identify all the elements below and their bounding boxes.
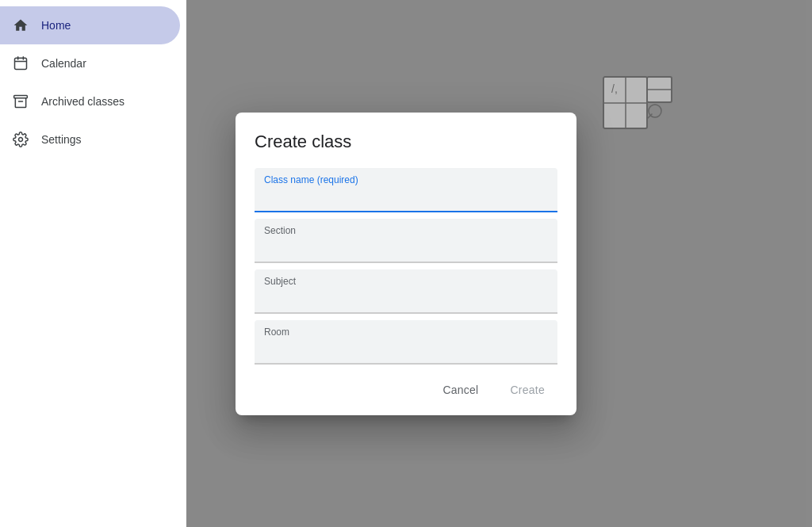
section-input[interactable] — [255, 219, 557, 263]
modal-backdrop: Create class Class name (required) Secti… — [0, 0, 812, 527]
class-name-input[interactable] — [255, 168, 557, 212]
room-input[interactable] — [255, 320, 557, 365]
class-name-field: Class name (required) — [255, 168, 557, 212]
create-class-modal: Create class Class name (required) Secti… — [236, 113, 576, 415]
room-field: Room — [255, 320, 557, 365]
cancel-button[interactable]: Cancel — [430, 377, 491, 403]
subject-field: Subject — [255, 269, 557, 314]
subject-input[interactable] — [255, 269, 557, 314]
modal-actions: Cancel Create — [255, 377, 557, 403]
section-field: Section — [255, 219, 557, 263]
modal-title: Create class — [255, 132, 557, 152]
create-button[interactable]: Create — [497, 377, 557, 403]
